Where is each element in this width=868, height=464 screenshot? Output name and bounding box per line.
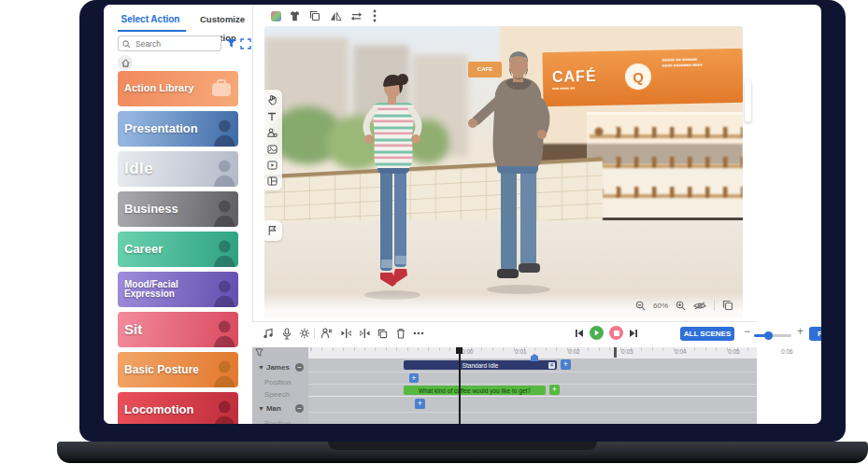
zoom-out-icon[interactable] — [635, 301, 646, 311]
effects-icon[interactable] — [298, 327, 311, 340]
category-label: Business — [118, 203, 178, 216]
ruler-label: 0:00 — [462, 348, 474, 355]
scene-end-marker[interactable] — [614, 347, 617, 358]
duplicate-scene-icon[interactable] — [722, 300, 733, 311]
prop-tool-icon — [267, 225, 277, 236]
transport-controls — [575, 326, 638, 340]
preview-visibility-icon[interactable] — [693, 301, 706, 311]
video-tool-icon[interactable] — [267, 161, 277, 170]
viewport-scrollbar[interactable] — [745, 79, 751, 122]
prop-tool-button[interactable] — [264, 220, 282, 241]
timeline-zoom-in-button[interactable]: + — [797, 325, 804, 338]
skip-to-start-button[interactable] — [575, 329, 584, 338]
category-label: Idle — [118, 161, 153, 177]
chevron-down-icon[interactable]: ▼ — [258, 364, 264, 371]
category-business[interactable]: Business — [118, 191, 238, 227]
pan-tool-icon[interactable] — [267, 94, 277, 105]
category-thumbnail-figure — [205, 237, 236, 267]
category-action-library[interactable]: Action Library — [118, 71, 238, 106]
timeline-panel: ALL SCENES − + FIT ▼ James — [252, 321, 757, 424]
zoom-level: 60% — [653, 302, 668, 310]
add-action-button-man[interactable]: + — [415, 399, 425, 409]
duplicate-icon[interactable] — [307, 8, 322, 23]
tab-select-action[interactable]: Select Action — [107, 10, 193, 29]
image-tool-icon[interactable] — [267, 145, 277, 154]
add-speech-button[interactable]: + — [549, 385, 560, 395]
delete-icon[interactable] — [394, 327, 407, 340]
character-james[interactable] — [364, 74, 420, 300]
track-mute-icon[interactable]: − — [295, 363, 304, 372]
chevron-down-icon[interactable]: ▼ — [258, 405, 264, 412]
track-labels-column: ▼ James − Position Speech ▼ Man − Positi… — [252, 347, 309, 424]
collapse-panel-icon[interactable] — [239, 37, 251, 49]
character-color-icon[interactable] — [268, 8, 283, 23]
home-button[interactable] — [118, 55, 133, 70]
zoom-in-icon[interactable] — [676, 301, 686, 311]
add-position-button[interactable]: + — [409, 373, 419, 383]
viewport-zoom-strip: 60% — [264, 293, 743, 317]
tab-customize-action[interactable]: Customize Action — [193, 10, 251, 29]
track-james[interactable]: ▼ James — [258, 363, 290, 372]
stop-button[interactable] — [609, 326, 623, 340]
app-window: Select Action Customize Action — [104, 5, 821, 424]
text-tool-icon[interactable] — [267, 112, 277, 121]
category-label: Sit — [118, 322, 142, 337]
track-filter-icon[interactable] — [255, 348, 263, 357]
category-basic-posture[interactable]: Basic Posture — [118, 352, 238, 387]
remove-action-icon[interactable] — [320, 327, 333, 340]
play-button[interactable] — [590, 326, 604, 340]
layout-tool-icon[interactable] — [267, 176, 277, 186]
clip-label: Standard Idle — [462, 362, 499, 369]
flip-icon[interactable] — [328, 8, 343, 23]
row-position-label: Position — [264, 419, 291, 424]
mic-icon[interactable] — [280, 327, 293, 340]
ruler-label: 0:06 — [781, 348, 793, 355]
category-thumbnail-figure — [205, 358, 236, 387]
character-man[interactable] — [468, 51, 550, 294]
track-mute-icon[interactable]: − — [295, 404, 304, 413]
scene-characters[interactable] — [264, 26, 743, 317]
swap-icon[interactable] — [349, 8, 363, 23]
ruler-label: 0:05 — [728, 348, 740, 355]
clip-delete-icon[interactable]: ✕ — [548, 362, 555, 369]
category-thumbnail-figure — [205, 157, 236, 187]
timeline-zoom-slider[interactable] — [754, 334, 791, 337]
search-field[interactable] — [134, 38, 212, 49]
more-options-icon[interactable] — [412, 327, 425, 340]
track-man[interactable]: ▼ Man — [258, 404, 281, 413]
outfit-icon[interactable] — [287, 8, 302, 23]
clip-label: What kind of coffee would you like to ge… — [419, 387, 531, 394]
category-sit[interactable]: Sit — [118, 312, 238, 347]
category-locomotion[interactable]: Locomotion — [118, 392, 238, 424]
fit-button[interactable]: FIT — [809, 327, 821, 341]
filter-icon[interactable] — [225, 37, 237, 49]
split-left-icon[interactable] — [339, 327, 352, 340]
add-action-button[interactable]: + — [561, 359, 571, 370]
all-scenes-button[interactable]: ALL SCENES — [680, 327, 734, 341]
timeline-zoom-out-button[interactable]: − — [744, 325, 750, 338]
category-thumbnail-figure — [205, 277, 236, 307]
slider-handle[interactable] — [764, 331, 773, 340]
clip-speech[interactable]: What kind of coffee would you like to ge… — [404, 386, 546, 395]
scene-tool-strip — [264, 90, 282, 190]
category-label: Basic Posture — [118, 364, 199, 376]
category-presentation[interactable]: Presentation — [118, 111, 238, 147]
skip-to-end-button[interactable] — [629, 329, 638, 338]
active-tab-underline — [118, 30, 186, 32]
category-mood-facial-expression[interactable]: Mood/Facial Expression — [118, 272, 238, 307]
split-right-icon[interactable] — [358, 327, 371, 340]
category-idle[interactable]: Idle — [118, 151, 238, 187]
search-input[interactable] — [118, 35, 221, 51]
clip-standard-idle[interactable]: Standard Idle ✕ — [404, 360, 557, 370]
laptop-base-notch — [328, 442, 597, 450]
playhead-handle[interactable] — [456, 347, 462, 354]
category-thumbnail-figure — [205, 197, 236, 227]
more-icon[interactable] — [371, 8, 378, 23]
audio-icon[interactable] — [262, 327, 275, 340]
duplicate-clip-icon[interactable] — [376, 327, 389, 340]
character-tool-icon[interactable] — [267, 128, 277, 138]
scene-viewport[interactable]: CAFE CAFÉ ■■■ ■■■■ ■■ Q ■■■■■ ■■ ■■■■■■■… — [264, 26, 743, 317]
playhead[interactable] — [459, 347, 461, 424]
toolbar-divider — [314, 329, 315, 339]
category-career[interactable]: Career — [118, 232, 238, 267]
